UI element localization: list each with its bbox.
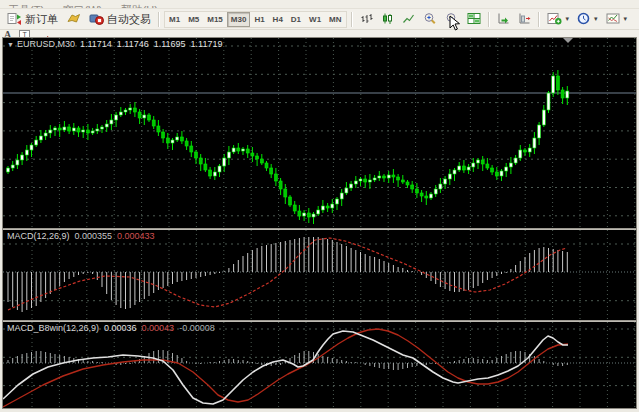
periods-dropdown-caret[interactable]: ▾: [594, 15, 598, 23]
auto-trading-label: 自动交易: [107, 12, 151, 27]
new-order-icon: [7, 12, 22, 27]
indicators-dropdown-caret[interactable]: ▾: [566, 15, 570, 23]
periods-clock-icon: [577, 12, 590, 27]
macd-b8win-indicator-panel[interactable]: MACD_B8win(12,26,9)0.000360.00043-0.0000…: [3, 322, 636, 408]
menu-window[interactable]: 窗口(W): [63, 3, 103, 8]
macd-indicator-panel[interactable]: MACD(12,26,9)0.0003550.000433: [3, 230, 636, 320]
price-chart-canvas[interactable]: [3, 38, 636, 228]
new-order-button[interactable]: 新订单: [3, 11, 62, 27]
auto-trading-button[interactable]: 自动交易: [85, 11, 155, 27]
chart-shift-icon: [518, 12, 531, 27]
zoom-in-icon: [423, 12, 437, 27]
periods-button[interactable]: ▾: [573, 11, 602, 27]
templates-dropdown-caret[interactable]: ▾: [624, 15, 628, 23]
menu-tools[interactable]: 工具(T): [8, 3, 44, 8]
timeframe-m1-button[interactable]: M1: [165, 12, 184, 27]
timeframe-group: M1 M5 M15 M30 H1 H4 D1 W1 MN: [164, 11, 347, 28]
auto-scroll-icon: [497, 12, 510, 27]
zoom-out-button[interactable]: [441, 11, 463, 27]
chart-shift-button[interactable]: [514, 11, 535, 27]
toolbar-separator: [488, 12, 490, 27]
toolbar-separator: [538, 12, 540, 27]
menu-help[interactable]: 帮助(H): [121, 3, 158, 8]
indicators-button[interactable]: ▾: [543, 11, 574, 27]
new-order-label: 新订单: [25, 12, 58, 27]
timeframe-w1-button[interactable]: W1: [305, 12, 325, 27]
zoom-in-button[interactable]: [419, 11, 441, 27]
tile-windows-button[interactable]: [463, 11, 485, 27]
timeframe-h4-button[interactable]: H4: [269, 12, 287, 27]
bar-chart-icon: [360, 12, 373, 27]
candlestick-chart-icon: [381, 12, 394, 27]
toolbar-separator: [351, 12, 353, 27]
auto-trading-icon: [89, 12, 104, 27]
timeframe-h1-button[interactable]: H1: [250, 12, 268, 27]
zoom-out-icon: [445, 12, 459, 27]
price-chart-panel[interactable]: ▼EURUSD,M301.117141.117461.116951.11719: [3, 38, 636, 228]
menu-bar: 工具(T) 窗口(W) 帮助(H): [0, 0, 639, 8]
templates-icon: [606, 12, 620, 27]
macd-canvas[interactable]: [3, 230, 636, 320]
timeframe-m30-button[interactable]: M30: [227, 12, 251, 27]
expert-advisors-icon: [66, 12, 81, 27]
macd-b8win-canvas[interactable]: [3, 322, 636, 408]
timeframe-mn-button[interactable]: MN: [325, 12, 345, 27]
expert-advisors-button[interactable]: [62, 11, 85, 27]
candlestick-chart-button[interactable]: [377, 11, 398, 27]
tile-windows-icon: [467, 12, 481, 27]
auto-scroll-button[interactable]: [493, 11, 514, 27]
indicators-icon: [547, 12, 562, 27]
chart-window: ▼EURUSD,M301.117141.117461.116951.11719 …: [2, 37, 637, 409]
bar-chart-button[interactable]: [356, 11, 377, 27]
timeframe-m5-button[interactable]: M5: [184, 12, 203, 27]
templates-button[interactable]: ▾: [602, 11, 632, 27]
line-chart-icon: [402, 12, 415, 27]
timeframe-m15-button[interactable]: M15: [203, 12, 227, 27]
line-chart-button[interactable]: [398, 11, 419, 27]
toolbar-standard: 新订单 自动交易 M1 M5 M15 M30 H1 H4 D1 W1 MN: [0, 8, 639, 30]
toolbar-separator: [158, 12, 160, 27]
timeframe-d1-button[interactable]: D1: [287, 12, 305, 27]
